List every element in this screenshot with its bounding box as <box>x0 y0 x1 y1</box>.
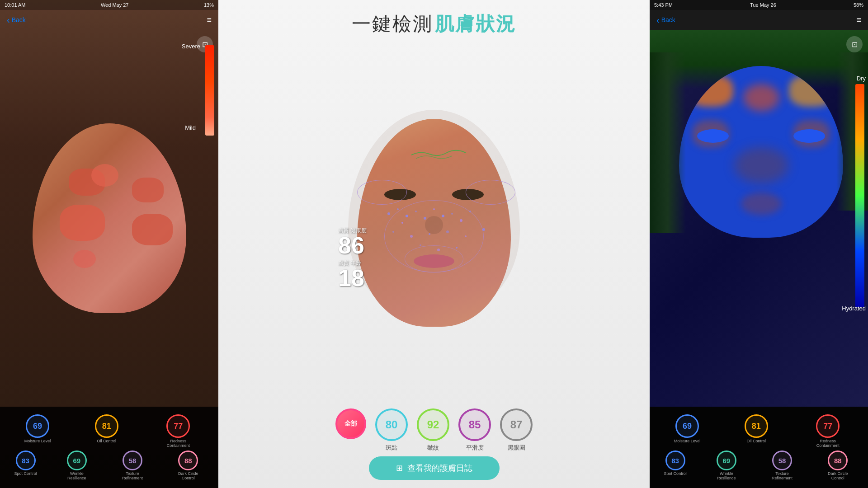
svg-point-11 <box>392 231 394 233</box>
svg-point-1 <box>397 208 399 210</box>
right-metrics-row-2: 83 Spot Control 69 Wrinkle Resilience 58… <box>652 450 866 480</box>
left-nav-bar: Back ≡ <box>0 10 218 30</box>
hydrated-label: Hydrated <box>842 305 866 312</box>
right-metrics-panel: 69 Moisture Level 81 Oil Control 77 Redn… <box>650 407 868 488</box>
left-back-button[interactable]: Back <box>7 15 26 25</box>
right-camera-icon[interactable]: ⊡ <box>846 36 863 52</box>
thermal-legend-bar <box>855 84 864 307</box>
right-metric-redness: 77 Redness Containment <box>812 414 844 448</box>
left-metric-wrinkle: 69 Wrinkle Resilience <box>61 450 93 480</box>
right-menu-icon[interactable]: ≡ <box>856 15 861 25</box>
left-circle-dark-circle: 88 <box>178 450 198 470</box>
dark-circle: 87 <box>500 408 533 441</box>
right-circle-moisture: 69 <box>675 414 699 438</box>
diary-icon: ⊞ <box>396 463 403 473</box>
wrinkle-lines-svg <box>393 146 475 164</box>
thermal-hair-left <box>650 52 686 233</box>
left-metric-oil: 81 Oil Control <box>95 414 118 448</box>
center-header-highlight: 肌膚狀況 <box>435 13 516 34</box>
right-circle-spot: 83 <box>665 450 685 470</box>
right-circle-oil: 81 <box>745 414 768 438</box>
left-circle-oil: 81 <box>95 414 118 438</box>
right-metric-dark-circle: 88 Dark Circle Control <box>822 450 854 480</box>
svg-point-10 <box>469 211 471 212</box>
center-header-text: 一鍵檢測 <box>352 13 433 34</box>
svg-point-14 <box>446 230 449 233</box>
diary-label: 查看我的護膚日誌 <box>407 463 472 474</box>
left-battery: 13% <box>204 2 214 8</box>
spot-circle: 80 <box>375 408 408 441</box>
svg-point-2 <box>406 215 408 217</box>
svg-point-13 <box>429 233 430 235</box>
svg-point-19 <box>456 247 458 249</box>
left-circle-wrinkle: 69 <box>67 450 87 470</box>
svg-point-18 <box>437 249 440 251</box>
svg-point-5 <box>424 217 426 220</box>
left-metric-dark-circle: 88 Dark Circle Control <box>172 450 204 480</box>
svg-point-16 <box>482 228 485 231</box>
left-time: 10:01 AM <box>5 2 25 8</box>
left-severity-bar <box>203 45 216 398</box>
svg-point-17 <box>420 244 421 246</box>
left-metric-redness: 77 Redness Containment <box>162 414 194 448</box>
dot-cluster-svg <box>375 196 493 263</box>
left-panel: 10:01 AM Wed May 27 13% Back ≡ ⊡ <box>0 0 218 488</box>
thermal-face-area: Dry Hydrated <box>650 30 868 407</box>
left-metric-texture: 58 Texture Refinement <box>117 450 148 480</box>
left-circle-moisture: 69 <box>26 414 49 438</box>
svg-point-0 <box>387 212 390 215</box>
right-battery: 58% <box>854 2 863 8</box>
right-back-button[interactable]: Back <box>656 15 675 25</box>
center-bottom-metrics: 全部 80 斑點 92 皺紋 85 平滑 <box>218 404 650 488</box>
center-circle-spot[interactable]: 80 斑點 <box>375 408 408 452</box>
left-face-area <box>0 30 218 407</box>
svg-point-8 <box>451 213 453 215</box>
right-panel: 5:43 PM Tue May 26 58% Back ≡ ⊡ <box>650 0 868 488</box>
thermal-face-oval <box>679 66 843 238</box>
left-metrics-row-2: 83 Spot Control 69 Wrinkle Resilience 58… <box>2 450 216 480</box>
left-circle-redness: 77 <box>166 414 190 438</box>
center-circles-row: 全部 80 斑點 92 皺紋 85 平滑 <box>218 408 650 452</box>
wrinkle-circle: 92 <box>417 408 449 441</box>
center-circle-wrinkle[interactable]: 92 皺紋 <box>417 408 449 452</box>
smooth-circle: 85 <box>458 408 491 441</box>
left-circle-spot: 83 <box>16 450 36 470</box>
left-date: Wed May 27 <box>101 2 129 8</box>
right-metrics-row-1: 69 Moisture Level 81 Oil Control 77 Redn… <box>652 414 866 448</box>
left-back-label: Back <box>12 16 26 23</box>
right-date: Tue May 26 <box>750 2 776 8</box>
all-circle: 全部 <box>335 408 366 439</box>
left-metric-spot: 83 Spot Control <box>14 450 37 480</box>
left-metrics-row-1: 69 Moisture Level 81 Oil Control 77 Redn… <box>2 414 216 448</box>
right-circle-redness: 77 <box>816 414 840 438</box>
center-header: 一鍵檢測 肌膚狀況 <box>352 0 516 41</box>
svg-point-12 <box>410 235 413 238</box>
right-metric-texture: 58 Texture Refinement <box>766 450 798 480</box>
svg-point-15 <box>465 235 467 237</box>
left-mild-label: Mild <box>185 124 196 131</box>
svg-point-3 <box>401 222 403 224</box>
right-circle-dark-circle: 88 <box>828 450 848 470</box>
right-metric-moisture: 69 Moisture Level <box>674 414 701 448</box>
left-severity-gradient <box>205 45 214 136</box>
score-section: 膚質 健康度 86 膚質 年齡 18 <box>338 227 367 290</box>
center-face-area: 膚質 健康度 86 膚質 年齡 18 <box>218 41 650 404</box>
left-face-shape <box>33 123 186 313</box>
center-circle-smooth[interactable]: 85 平滑度 <box>458 408 491 452</box>
right-metric-wrinkle: 69 Wrinkle Resilience <box>711 450 742 480</box>
skin-age-score: 18 <box>338 266 367 290</box>
right-time: 5:43 PM <box>654 2 673 8</box>
center-circle-all[interactable]: 全部 <box>335 408 366 452</box>
dry-label: Dry <box>857 75 866 82</box>
right-metric-spot: 83 Spot Control <box>664 450 687 480</box>
right-nav-bar: Back ≡ <box>650 10 868 30</box>
right-circle-wrinkle: 69 <box>717 450 736 470</box>
center-circle-dark[interactable]: 87 黑眼圈 <box>500 408 533 452</box>
svg-point-9 <box>460 219 462 222</box>
left-metric-moisture: 69 Moisture Level <box>24 414 51 448</box>
right-back-label: Back <box>661 16 675 23</box>
diary-button[interactable]: ⊞ 查看我的護膚日誌 <box>369 456 500 480</box>
left-menu-icon[interactable]: ≡ <box>207 15 212 25</box>
thermal-background: Dry Hydrated <box>650 30 868 407</box>
svg-point-7 <box>442 215 444 217</box>
